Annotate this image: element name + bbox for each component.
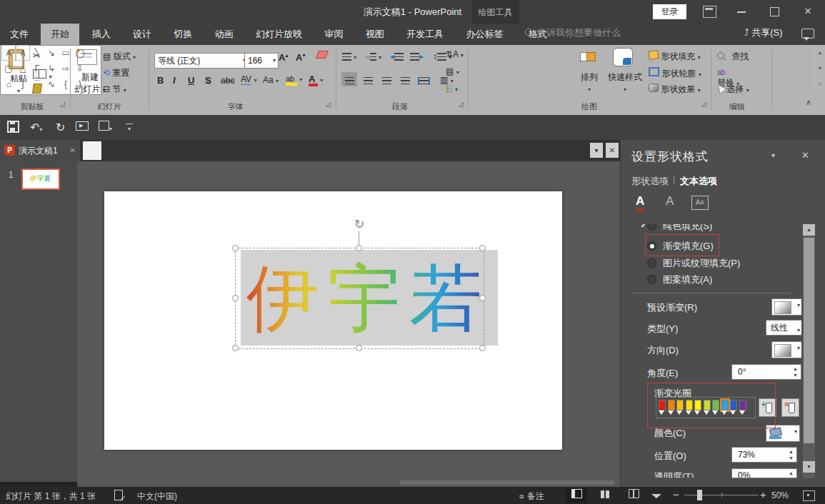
shrink-font-icon[interactable]: A▾ <box>296 52 305 63</box>
text-effects-icon[interactable]: A <box>666 194 674 208</box>
justify-button[interactable] <box>397 72 413 86</box>
italic-button[interactable]: I <box>173 75 176 86</box>
arrange-button[interactable]: 排列▾ <box>577 71 601 94</box>
text-box-options-icon[interactable]: A≡ <box>691 196 709 210</box>
tab-transitions[interactable]: 切换 <box>164 24 202 45</box>
slide-sorter-view-button[interactable] <box>594 488 616 503</box>
grow-font-icon[interactable]: A▴ <box>279 52 288 63</box>
find-button[interactable]: 查找 <box>717 51 749 63</box>
share-button[interactable]: ⤴ 共享(S) <box>744 26 782 39</box>
angle-spinner[interactable]: ▲▼ <box>791 366 799 378</box>
slideshow-view-button[interactable]: ┬ <box>646 488 667 503</box>
pane-tab-shape-options[interactable]: 形状选项 <box>631 175 669 188</box>
shape-gallery-item[interactable]: ▭ <box>59 45 73 61</box>
minimize-button[interactable] <box>737 11 746 13</box>
shape-gallery-item[interactable]: △ <box>16 61 30 76</box>
canvas-horizontal-scrollbar[interactable] <box>400 480 614 485</box>
notes-button[interactable]: ≑ 备注 <box>519 490 544 503</box>
scrollbar-up-icon[interactable]: ▲ <box>803 224 815 236</box>
shape-fill-button[interactable]: 形状填充 ▾ <box>649 51 701 63</box>
pane-tab-text-options[interactable]: 文本选项 <box>680 175 717 188</box>
direction-button[interactable]: ▾ <box>771 341 801 358</box>
tab-close-button[interactable]: ✕ <box>606 143 619 158</box>
quick-styles-button[interactable]: 快速样式▾ <box>604 71 646 94</box>
zoom-percentage[interactable]: 50% <box>771 490 789 500</box>
radio-picture-fill[interactable] <box>647 258 656 268</box>
arrange-icon[interactable] <box>580 49 596 64</box>
distribute-button[interactable] <box>416 72 431 86</box>
qat-extra-icon[interactable]: ▾ <box>99 121 112 133</box>
text-shadow-button[interactable]: S <box>205 75 211 86</box>
shape-gallery-item[interactable]: } <box>73 76 87 92</box>
drawing-dialog-launcher[interactable]: ◿ <box>701 101 706 108</box>
zoom-slider-thumb[interactable] <box>697 490 702 500</box>
text-fill-outline-icon[interactable]: A <box>636 194 644 211</box>
decrease-indent-icon[interactable]: ◂ <box>390 51 404 61</box>
clipboard-dialog-launcher[interactable]: ◿ <box>60 101 65 108</box>
radio-solid-fill[interactable] <box>647 224 656 231</box>
tab-review[interactable]: 审阅 <box>314 24 353 45</box>
radio-pattern-fill[interactable] <box>647 275 656 284</box>
align-left-button[interactable] <box>341 72 357 86</box>
sign-in-button[interactable]: 登录 <box>653 4 686 19</box>
preset-gradients-button[interactable]: ▾ <box>771 298 801 316</box>
tab-file[interactable]: 文件 <box>0 24 39 45</box>
shape-outline-button[interactable]: 形状轮廓 ▾ <box>649 67 701 80</box>
convert-smartart-button[interactable]: ⬱ ▾ <box>446 84 458 94</box>
character-spacing-button[interactable]: AV ▾ <box>241 74 256 84</box>
resize-handle-e[interactable] <box>479 295 486 301</box>
strikethrough-button[interactable]: abc <box>221 76 234 86</box>
comments-icon[interactable] <box>801 29 814 39</box>
reading-view-button[interactable] <box>623 488 644 503</box>
shape-gallery-item[interactable]: A <box>16 45 30 61</box>
slide-thumbnail[interactable]: 伊宇若 <box>21 168 60 190</box>
shape-effects-button[interactable]: 形状效果 ▾ <box>649 84 701 96</box>
tab-design[interactable]: 设计 <box>123 24 161 45</box>
ribbon-display-options-icon[interactable] <box>703 6 716 18</box>
close-button[interactable]: ✕ <box>801 6 814 17</box>
angle-spinbox[interactable]: 0° ▲▼ <box>731 364 801 380</box>
fill-option-picture[interactable]: 图片或纹理填充(P) <box>647 257 740 270</box>
shape-gallery-item[interactable]: ◯ <box>73 45 87 61</box>
pane-scrollbar[interactable]: ▲ ▼ <box>803 224 815 478</box>
shape-gallery-item[interactable]: ⌒ <box>30 76 44 92</box>
transparency-spinbox[interactable]: 0% ▲ <box>731 468 797 478</box>
tab-animations[interactable]: 动画 <box>205 24 244 45</box>
clear-formatting-icon[interactable] <box>317 51 327 61</box>
shape-gallery-item[interactable]: A <box>1 45 16 61</box>
tab-developer[interactable]: 开发工具 <box>396 24 454 45</box>
columns-button[interactable]: ▥ ▾ <box>440 75 454 85</box>
position-spinbox[interactable]: 73% ▲▼ <box>731 447 797 463</box>
tell-me-search[interactable]: 告诉我你想要做什么 <box>525 26 621 42</box>
highlight-color-button[interactable]: ab ▾ <box>286 74 302 86</box>
resize-handle-n[interactable] <box>356 245 362 251</box>
increase-indent-icon[interactable]: ▸ <box>410 51 424 61</box>
shape-gallery-item[interactable]: ∿ <box>44 76 59 92</box>
customize-qat-icon[interactable]: —▾ <box>126 121 133 131</box>
scrollbar-down-icon[interactable]: ▼ <box>803 461 815 473</box>
rotation-handle[interactable]: ↻ <box>352 217 366 231</box>
shape-gallery-item[interactable]: ʃ <box>16 76 30 92</box>
language-indicator[interactable]: 中文(中国) <box>137 490 177 503</box>
bold-button[interactable]: B <box>157 75 164 86</box>
new-document-tab-button[interactable] <box>83 141 101 160</box>
maximize-button[interactable] <box>770 7 779 16</box>
start-slideshow-icon[interactable]: ▶ <box>76 121 89 133</box>
layout-button[interactable]: ▤ 版式 ▾ <box>103 51 136 63</box>
bullets-button[interactable]: ▾ <box>342 51 356 61</box>
shape-gallery-item[interactable]: ▢ <box>1 61 16 76</box>
fill-option-pattern[interactable]: 图案填充(A) <box>647 273 712 286</box>
resize-handle-w[interactable] <box>232 295 239 301</box>
resize-handle-se[interactable] <box>479 345 486 351</box>
shape-gallery-item[interactable]: ⌂ <box>1 76 16 92</box>
section-button[interactable]: ⊟ 节 ▾ <box>103 84 126 96</box>
pane-close-icon[interactable]: ✕ <box>801 150 809 161</box>
tab-home[interactable]: 开始 <box>41 24 79 45</box>
document-tab-close-icon[interactable]: ✕ <box>70 140 76 161</box>
shape-gallery-item[interactable]: ↘ <box>44 45 59 61</box>
resize-handle-nw[interactable] <box>232 245 239 251</box>
shape-gallery-scroll[interactable]: ▲▼⩒ <box>814 45 825 94</box>
resize-handle-s[interactable] <box>356 345 362 351</box>
collapse-ribbon-icon[interactable]: ∧ <box>806 98 811 107</box>
font-size-combo[interactable]: 166▾ <box>244 53 279 69</box>
